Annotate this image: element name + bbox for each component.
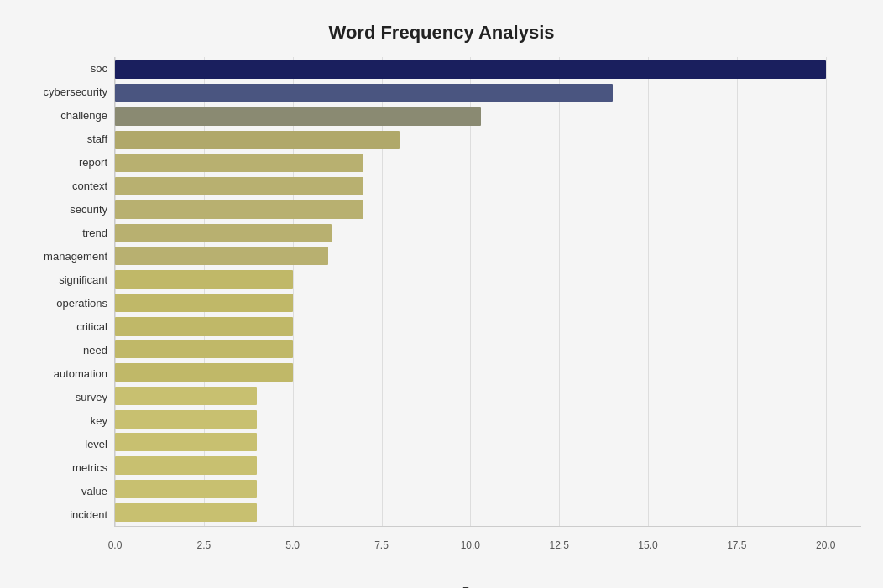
bars-container (115, 57, 861, 526)
y-label-report: report (79, 151, 107, 174)
bar-row-incident (115, 502, 861, 523)
bar-row-trend (115, 222, 861, 244)
y-label-key: key (91, 409, 107, 433)
x-tick: 0.0 (108, 539, 123, 551)
x-tick: 15.0 (638, 539, 657, 551)
bar-row-cybersecurity (115, 82, 861, 104)
y-label-incident: incident (70, 503, 107, 527)
y-label-significant: significant (59, 268, 107, 292)
bar-security (115, 200, 363, 219)
y-label-critical: critical (76, 315, 107, 339)
y-label-level: level (85, 433, 107, 456)
bar-row-security (115, 199, 861, 221)
bar-row-significant (115, 268, 861, 290)
bar-context (115, 177, 363, 195)
bar-staff (115, 131, 400, 149)
y-label-cybersecurity: cybersecurity (43, 81, 107, 104)
chart-container: Word Frequency Analysis soccybersecurity… (5, 5, 878, 584)
x-tick: 5.0 (285, 539, 300, 551)
bar-key (115, 410, 257, 429)
y-label-need: need (83, 339, 107, 362)
plot-area: Frequency 0.02.55.07.510.012.515.017.520… (114, 57, 861, 527)
bar-trend (115, 224, 332, 242)
bar-survey (115, 387, 257, 405)
bar-critical (115, 317, 293, 336)
bar-row-key (115, 408, 861, 430)
bar-row-report (115, 152, 861, 174)
bar-challenge (115, 107, 481, 126)
y-label-automation: automation (54, 362, 107, 386)
x-tick: 2.5 (196, 539, 211, 551)
bar-row-level (115, 431, 861, 453)
bar-row-staff (115, 129, 861, 151)
bar-significant (115, 270, 293, 289)
bar-incident (115, 503, 257, 522)
y-label-trend: trend (82, 221, 107, 245)
bar-row-survey (115, 385, 861, 407)
bar-operations (115, 294, 293, 312)
bar-row-context (115, 175, 861, 197)
chart-area: soccybersecuritychallengestaffreportcont… (22, 57, 861, 527)
bar-row-soc (115, 59, 861, 81)
bar-management (115, 247, 328, 265)
x-tick: 17.5 (727, 539, 746, 551)
bar-report (115, 154, 363, 172)
bar-row-need (115, 338, 861, 360)
bar-metrics (115, 456, 257, 475)
chart-title: Word Frequency Analysis (22, 22, 861, 44)
bar-need (115, 340, 293, 358)
y-label-security: security (70, 198, 107, 221)
y-label-management: management (44, 245, 107, 268)
y-label-metrics: metrics (72, 456, 107, 480)
y-label-challenge: challenge (60, 104, 107, 127)
x-axis-label: Frequency (462, 585, 514, 589)
bar-row-operations (115, 292, 861, 314)
y-label-value: value (81, 480, 107, 503)
y-label-survey: survey (76, 386, 107, 409)
y-label-soc: soc (91, 57, 107, 81)
bar-value (115, 480, 257, 498)
x-tick: 7.5 (374, 539, 389, 551)
bar-automation (115, 363, 293, 382)
y-label-operations: operations (56, 292, 107, 315)
bar-row-automation (115, 362, 861, 383)
x-tick: 12.5 (549, 539, 568, 551)
bar-cybersecurity (115, 84, 613, 102)
bar-row-metrics (115, 455, 861, 476)
y-label-staff: staff (87, 127, 107, 151)
bar-soc (115, 60, 826, 79)
y-axis: soccybersecuritychallengestaffreportcont… (22, 57, 114, 527)
bar-row-challenge (115, 106, 861, 127)
x-tick: 10.0 (461, 539, 480, 551)
x-tick: 20.0 (816, 539, 835, 551)
bar-level (115, 433, 257, 451)
bar-row-management (115, 245, 861, 267)
y-label-context: context (72, 174, 107, 198)
bar-row-critical (115, 315, 861, 337)
bar-row-value (115, 478, 861, 500)
